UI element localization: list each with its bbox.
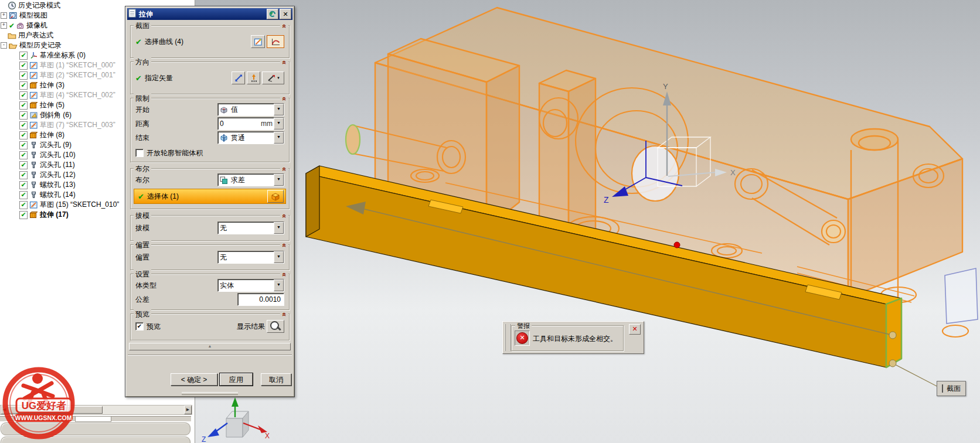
expand-plus-icon[interactable]: + [1,12,7,19]
collapsed-panel-bar[interactable] [1,437,190,443]
curve-rule-button[interactable] [267,35,284,48]
collapse-chevrons-icon[interactable]: « [280,213,288,219]
tolerance-field[interactable] [237,293,284,306]
scrollbar-thumb[interactable] [8,406,103,414]
boolean-dropdown[interactable]: 求差 ▼ [217,173,284,186]
dropdown-arrow-icon[interactable]: ▼ [274,280,284,291]
sketch-plane[interactable] [945,268,978,323]
dialog-collapse-bar[interactable]: ▲ [129,343,291,350]
checkbox-checked[interactable]: ✔ [19,81,28,90]
red-point-handle[interactable] [674,242,680,248]
tolerance-input[interactable] [238,295,283,304]
extrude-dialog[interactable]: 拉伸 ✕ 截面 « ✔ 选择曲线 (4) 方向 « ✔ 指定矢量 [125,6,295,397]
horizontal-scrollbar[interactable]: ◀ ▶ [0,405,192,415]
model-views-icon [9,11,18,20]
collapse-chevrons-icon[interactable]: « [280,271,288,277]
draft-dropdown[interactable]: 无 ▼ [217,221,284,234]
section-annotation-tag[interactable]: 截面 [937,381,966,396]
checkbox-checked[interactable]: ✔ [19,62,28,70]
checkbox-checked[interactable]: ✔ [19,121,28,130]
dialog-titlebar[interactable]: 拉伸 ✕ [127,8,292,20]
offset-dropdown[interactable]: 无 ▼ [217,251,284,264]
select-body-button[interactable] [267,190,284,203]
cancel-button[interactable]: 取消 [261,373,291,386]
panel-splitter[interactable] [0,416,191,422]
apply-button[interactable]: 应用 [220,373,253,386]
preview-checkbox-checked[interactable]: ✔ [135,322,144,330]
select-body-row-active[interactable]: ✔ 选择体 (1) [134,189,286,204]
checkbox-checked[interactable]: ✔ [19,161,28,169]
checkbox-checked[interactable]: ✔ [19,101,28,110]
tree-item-label: 拉伸 (5) [40,100,64,110]
collapse-chevrons-icon[interactable]: « [280,59,288,65]
end-dropdown[interactable]: 贯通 ▼ [217,131,284,144]
scroll-right-icon[interactable]: ▶ [184,405,192,414]
body-type-value: 实体 [218,281,274,291]
reverse-direction-button[interactable] [232,71,245,84]
checkbox-checked[interactable]: ✔ [19,111,28,120]
distance-field[interactable]: mm ▼ [217,117,284,130]
view-orientation-triad[interactable]: Y X Z [202,390,270,443]
vector-dialog-button[interactable] [247,71,260,84]
checkbox-checked[interactable]: ✔ [19,151,28,159]
sketch-section-button[interactable] [251,35,265,48]
collapse-chevrons-icon[interactable]: « [280,242,288,248]
collapse-chevrons-icon[interactable]: « [280,96,288,101]
alert-dialog[interactable]: 警报 ✕ 工具和目标未形成全相交。 ✕ [502,321,644,354]
check-icon: ✔ [135,38,142,46]
collapse-chevrons-icon[interactable]: « [280,311,288,317]
handle-ball-top[interactable] [889,332,896,339]
sketch-icon [29,91,38,100]
tree-item-label: 拉伸 (3) [40,80,64,90]
vector-method-dropdown[interactable]: ▾ [262,71,284,84]
csys-icon [29,51,38,60]
threaded-hole-icon [29,180,38,189]
ok-button[interactable]: < 确定 > [171,373,217,386]
distance-input[interactable] [218,119,250,128]
tree-item-label: 沉头孔 (9) [40,140,72,150]
collapse-chevrons-icon[interactable]: « [280,23,288,29]
preview-group-title: 预览 [134,309,151,319]
value-cube-icon [219,105,229,114]
caret-icon: ▾ [277,76,280,80]
formula-menu-icon[interactable]: ▼ [274,118,284,130]
reset-button[interactable] [267,9,278,19]
checkbox-checked[interactable]: ✔ [19,141,28,149]
settings-group: 设置 « 体类型 实体 ▼ 公差 [130,274,290,310]
alert-grip[interactable] [505,324,511,351]
checkbox-checked[interactable]: ✔ [19,181,28,189]
dropdown-arrow-icon[interactable]: ▼ [274,222,284,234]
body-type-dropdown[interactable]: 实体 ▼ [217,279,284,292]
dropdown-arrow-icon[interactable]: ▼ [274,104,284,115]
checkbox-checked[interactable]: ✔ [19,171,28,179]
dropdown-arrow-icon[interactable]: ▼ [274,132,284,144]
start-dropdown[interactable]: 值 ▼ [217,103,284,116]
checkbox-checked[interactable]: ✔ [19,71,28,80]
checkbox-checked[interactable]: ✔ [19,211,28,219]
dialog-resize-grip[interactable] [182,392,238,395]
alert-close-button[interactable]: ✕ [629,324,641,335]
handle-ball-bottom[interactable] [889,360,896,367]
checkbox-checked[interactable]: ✔ [19,52,28,60]
expand-minus-icon[interactable]: - [1,42,7,49]
checkbox-checked[interactable]: ✔ [19,201,28,209]
checkbox-checked[interactable]: ✔ [19,191,28,199]
tree-item-label: 沉头孔 (11) [40,160,75,170]
sketch-icon [29,121,38,130]
collapsed-panel-bar[interactable] [1,422,190,435]
collapse-chevrons-icon[interactable]: « [280,166,288,172]
direction-group: 方向 « ✔ 指定矢量 ▾ [130,62,290,94]
end-label: 结束 [135,133,149,143]
expand-plus-icon[interactable]: + [1,22,7,29]
start-label: 开始 [135,105,149,115]
splitter-handle[interactable] [75,416,111,422]
offset-value: 无 [218,253,274,263]
show-result-button[interactable] [267,320,284,333]
open-profile-checkbox[interactable] [135,149,144,157]
dialog-close-button[interactable]: ✕ [280,9,291,19]
show-result-label: 显示结果 [237,322,265,332]
checkbox-checked[interactable]: ✔ [19,131,28,139]
checkbox-checked[interactable]: ✔ [19,91,28,100]
dropdown-arrow-icon[interactable]: ▼ [274,174,284,186]
dropdown-arrow-icon[interactable]: ▼ [274,251,284,263]
